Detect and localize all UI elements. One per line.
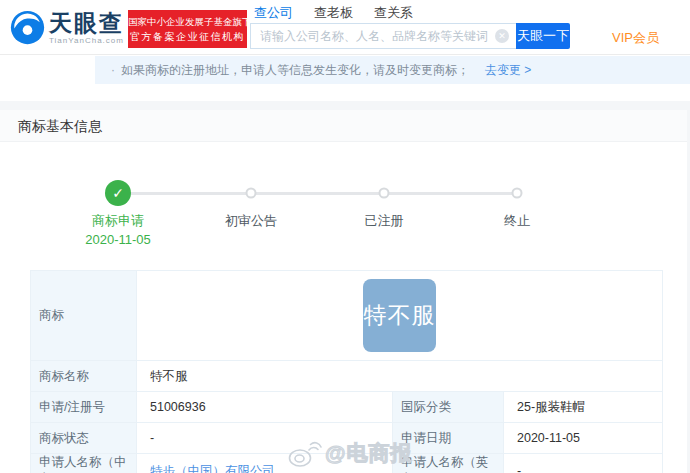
step-application: ✓ 商标申请 2020-11-05 xyxy=(53,142,183,260)
gov-certification-badge: 国家中小企业发展子基金旗下 官方备案企业征信机构 xyxy=(128,10,247,48)
row-label: 商标 xyxy=(31,271,137,361)
row-label: 商标名称 xyxy=(31,361,137,392)
step-label: 已注册 xyxy=(319,212,449,230)
step-circle-icon xyxy=(512,188,523,199)
step-circle-icon xyxy=(246,188,257,199)
trademark-image-cell: 特不服 xyxy=(137,271,663,361)
section-title: 商标基本信息 xyxy=(0,110,687,142)
trademark-name-value: 特不服 xyxy=(137,361,663,392)
notice-bullet: · xyxy=(111,63,115,77)
step-label: 商标申请 xyxy=(53,212,183,230)
search-button[interactable]: 天眼一下 xyxy=(516,23,570,49)
step-label: 初审公告 xyxy=(186,212,316,230)
vip-member-link[interactable]: VIP会员 xyxy=(612,29,659,47)
row-label: 申请日期 xyxy=(393,423,504,454)
row-label: 申请人名称（中文） xyxy=(31,454,137,473)
row-label: 申请/注册号 xyxy=(31,392,137,423)
application-date-value: 2020-11-05 xyxy=(504,423,663,454)
gov-badge-line2: 官方备案企业征信机构 xyxy=(128,29,247,44)
gov-badge-line1: 国家中小企业发展子基金旗下 xyxy=(128,14,247,29)
step-date: 2020-11-05 xyxy=(53,232,183,247)
trademark-status-value: - xyxy=(137,423,393,454)
trademark-image[interactable]: 特不服 xyxy=(363,279,436,352)
table-row: 商标 特不服 xyxy=(31,271,663,361)
tianyancha-logo-icon xyxy=(10,10,45,45)
row-label: 国际分类 xyxy=(393,392,504,423)
row-label: 申请人名称（英文） xyxy=(393,454,504,473)
step-registered: 已注册 xyxy=(319,142,449,260)
row-label: 商标状态 xyxy=(31,423,137,454)
table-row: 商标名称 特不服 xyxy=(31,361,663,392)
search-input[interactable] xyxy=(250,23,516,49)
check-icon: ✓ xyxy=(105,180,131,206)
search-box: ✕ xyxy=(250,23,516,49)
logo-subtitle: TianYanCha.com xyxy=(49,36,124,45)
trademark-info-table: 商标 特不服 商标名称 特不服 申请/注册号 51006936 国际分类 25-… xyxy=(30,270,663,473)
logo-text: 天眼查 TianYanCha.com xyxy=(49,10,124,45)
intl-class-value: 25-服装鞋帽 xyxy=(504,392,663,423)
applicant-company-link[interactable]: 特步（中国）有限公司 xyxy=(150,464,275,473)
logo-title: 天眼查 xyxy=(49,10,124,36)
table-row: 商标状态 - 申请日期 2020-11-05 xyxy=(31,423,663,454)
trademark-change-notice: · 如果商标的注册地址，申请人等信息发生变化，请及时变更商标； 去变更 > xyxy=(95,56,690,84)
step-terminated: 终止 xyxy=(452,142,582,260)
step-preliminary-announcement: 初审公告 xyxy=(186,142,316,260)
notice-text: 如果商标的注册地址，申请人等信息发生变化，请及时变更商标； xyxy=(121,62,469,79)
trademark-info-card: 商标基本信息 ✓ 商标申请 2020-11-05 初审公告 已注册 终止 商标 … xyxy=(0,110,687,473)
step-label: 终止 xyxy=(452,212,582,230)
top-header: 天眼查 TianYanCha.com 国家中小企业发展子基金旗下 官方备案企业征… xyxy=(0,0,690,55)
table-row: 申请人名称（中文） 特步（中国）有限公司 申请人名称（英文） - xyxy=(31,454,663,473)
tianyancha-logo[interactable]: 天眼查 TianYanCha.com xyxy=(10,10,124,45)
registration-number-value: 51006936 xyxy=(137,392,393,423)
notice-section: · 如果商标的注册地址，申请人等信息发生变化，请及时变更商标； 去变更 > xyxy=(0,55,690,101)
applicant-en-value: - xyxy=(504,454,663,473)
table-row: 申请/注册号 51006936 国际分类 25-服装鞋帽 xyxy=(31,392,663,423)
step-circle-icon xyxy=(379,188,390,199)
clear-input-icon[interactable]: ✕ xyxy=(495,29,509,43)
trademark-progress-steps: ✓ 商标申请 2020-11-05 初审公告 已注册 终止 xyxy=(0,142,687,260)
go-change-link[interactable]: 去变更 > xyxy=(485,62,531,79)
